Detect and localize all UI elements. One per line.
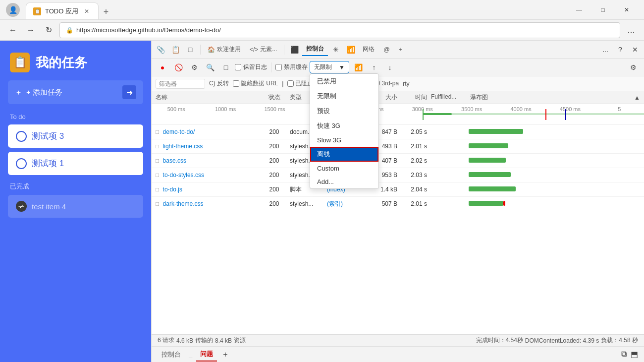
row4-name: □ to-do-styles.css xyxy=(152,172,261,179)
tab-elements[interactable]: </> 元素... xyxy=(246,43,281,56)
browser-more-button[interactable]: ... xyxy=(624,23,638,37)
tab-close-button[interactable]: ✕ xyxy=(82,7,91,16)
select-button[interactable]: □ xyxy=(219,60,233,74)
devtools-icon-bookmark[interactable]: 📎 xyxy=(154,43,167,57)
invert-label[interactable]: C) 反转 xyxy=(209,79,229,88)
wifi-icon[interactable]: 📶 xyxy=(351,60,365,74)
row5-time: 2.04 s xyxy=(399,186,429,193)
blocked-cookies-checkbox[interactable] xyxy=(287,80,294,87)
table-row[interactable]: □ dark-theme.css 200 stylesh... (索引) 507… xyxy=(152,197,644,211)
tab-plus[interactable]: + xyxy=(395,44,406,55)
disable-cache-checkbox[interactable] xyxy=(275,64,282,70)
console-popout-icon[interactable]: ⧉ xyxy=(621,350,627,359)
throttle-option-unlimited[interactable]: 无限制 xyxy=(310,89,378,104)
active-tab[interactable]: 📋 TODO 应用 ✕ xyxy=(26,2,99,19)
done-item-1-text: test item 4 xyxy=(32,202,66,211)
address-text: https://microsoftedge.github.io/Demos/de… xyxy=(76,26,614,34)
filter-input[interactable] xyxy=(156,79,205,89)
col-header-name: 名称 xyxy=(152,91,261,104)
status-finish: 完成时间：4.54秒 xyxy=(476,336,523,345)
row2-link[interactable]: light-theme.css xyxy=(163,143,203,150)
row6-name: □ dark-theme.css xyxy=(152,200,261,207)
tab-network[interactable]: 网络 xyxy=(359,43,378,56)
throttle-select-button[interactable]: 无限制 ▼ xyxy=(310,61,349,73)
row4-link[interactable]: to-do-styles.css xyxy=(163,172,204,179)
throttle-option-offline[interactable]: 离线 xyxy=(310,147,378,162)
todo-circle-1 xyxy=(16,131,27,142)
new-tab-button[interactable]: + xyxy=(99,4,113,19)
search-button[interactable]: 🔍 xyxy=(203,60,217,74)
row6-type: stylesh... xyxy=(288,200,325,207)
row6-status: 200 xyxy=(261,200,288,207)
devtools-icon-debug[interactable]: ✳ xyxy=(329,43,343,57)
devtools-icon-copy[interactable]: 📋 xyxy=(168,43,182,57)
table-row[interactable]: □ light-theme.css 200 stylesh... (索引) 49… xyxy=(152,139,644,154)
devtools-wifi-icon[interactable]: 📶 xyxy=(344,43,358,57)
refresh-button[interactable]: ↻ xyxy=(42,23,55,37)
console-tab[interactable]: 控制台 xyxy=(158,348,185,361)
timeline-marker-blue xyxy=(565,109,566,120)
devtools-icon-screen[interactable]: ⬛ xyxy=(287,43,301,57)
toolbar-separator xyxy=(200,45,201,55)
minimize-button[interactable]: — xyxy=(568,2,590,17)
row6-time: 2.01 s xyxy=(399,200,429,207)
row1-link[interactable]: demo-to-do/ xyxy=(163,128,195,135)
row4-time: 2.03 s xyxy=(399,172,429,179)
devtools-more-button[interactable]: ... xyxy=(598,43,612,57)
back-button[interactable]: ← xyxy=(6,23,20,37)
row5-link[interactable]: to-do.js xyxy=(163,186,182,193)
download-icon[interactable]: ↓ xyxy=(383,60,397,74)
row6-waterfall xyxy=(466,199,644,209)
devtools-help-button[interactable]: ? xyxy=(613,43,627,57)
throttle-option-preset[interactable]: 预设 xyxy=(310,104,378,119)
table-row[interactable]: □ demo-to-do/ 200 docum... 其他 847 B 2.05… xyxy=(152,125,644,139)
devtools-icon-rect[interactable]: □ xyxy=(183,43,197,57)
row5-status: 200 xyxy=(261,186,288,193)
throttle-dropdown[interactable]: 无限制 ▼ 已禁用 无限制 预设 快速 3G Slow 3G 离线 Custom… xyxy=(310,61,349,73)
throttle-option-slow3g[interactable]: Slow 3G xyxy=(310,133,378,147)
close-button[interactable]: ✕ xyxy=(615,2,638,17)
throttle-option-fast3g[interactable]: 快速 3G xyxy=(310,119,378,133)
tl-5: 5 xyxy=(595,106,644,112)
clear-button[interactable]: 🚫 xyxy=(171,60,185,74)
lock-icon: 🔒 xyxy=(66,27,73,34)
maximize-button[interactable]: □ xyxy=(591,2,614,17)
table-row[interactable]: □ base.css 200 stylesh... (index) 407 B … xyxy=(152,154,644,168)
preserve-log-label[interactable]: 保留日志 xyxy=(235,63,267,71)
throttle-option-disabled[interactable]: 已禁用 xyxy=(310,74,378,89)
todo-header: 📋 我的任务 xyxy=(0,41,151,80)
hide-data-url-checkbox[interactable] xyxy=(233,80,239,87)
console-dock-icon[interactable]: ⬒ xyxy=(631,350,638,359)
todo-item-2[interactable]: 测试项 1 xyxy=(8,152,143,175)
upload-icon[interactable]: ↑ xyxy=(367,60,381,74)
filter-icon[interactable]: ⚙ xyxy=(187,60,201,74)
tl-1000: 1000 ms xyxy=(201,106,250,112)
row3-link[interactable]: base.css xyxy=(163,157,186,164)
row1-time: 2.05 s xyxy=(399,128,429,135)
throttle-option-custom[interactable]: Custom xyxy=(310,162,378,175)
record-button[interactable]: ● xyxy=(156,60,169,74)
todo-item-1[interactable]: 测试项 3 xyxy=(8,124,143,148)
disable-cache-label[interactable]: 禁用缓存 xyxy=(275,63,308,71)
table-row[interactable]: □ to-do-styles.css 200 stylesh... (索引) 9… xyxy=(152,168,644,182)
tab-welcome[interactable]: 🏠 欢迎使用 xyxy=(204,43,245,56)
devtools-close-button[interactable]: ✕ xyxy=(628,43,642,57)
tl-1500: 1500 ms xyxy=(250,106,299,112)
preserve-log-checkbox[interactable] xyxy=(235,64,241,70)
address-input[interactable]: 🔒 https://microsoftedge.github.io/Demos/… xyxy=(59,22,620,38)
issues-tab[interactable]: 问题 xyxy=(196,348,217,362)
throttle-option-add[interactable]: Add... xyxy=(310,175,378,188)
done-item-1[interactable]: ✓ test item 4 xyxy=(8,195,143,218)
waterfall-scroll-icon[interactable]: ▲ xyxy=(634,94,640,101)
row6-link[interactable]: dark-theme.css xyxy=(163,200,204,207)
console-plus-button[interactable]: + xyxy=(223,350,227,359)
add-task-bar[interactable]: ＋ + 添加任务 ➜ xyxy=(8,80,143,104)
tab-console[interactable]: 控制台 xyxy=(302,43,328,56)
add-task-label: + 添加任务 xyxy=(26,88,62,97)
forward-button[interactable]: → xyxy=(24,23,38,37)
hide-data-url-label[interactable]: 隐藏数据 URL xyxy=(233,79,278,88)
tab-at[interactable]: @ xyxy=(379,44,393,55)
settings-icon[interactable]: ⚙ xyxy=(626,60,640,74)
timeline-row: 500 ms 1000 ms 1500 ms 2000 ms 2500 ms 3… xyxy=(152,104,644,125)
table-row[interactable]: □ to-do.js 200 脚本 (index) 1.4 kB 2.04 s xyxy=(152,182,644,197)
